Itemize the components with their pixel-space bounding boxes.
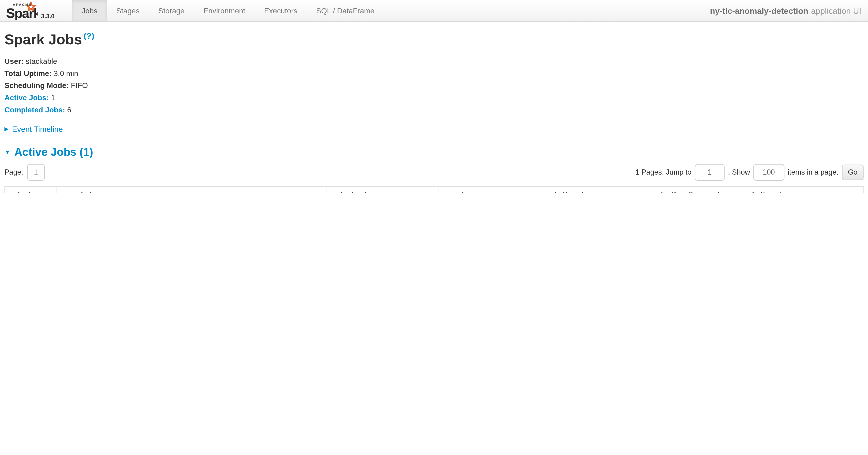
page-label: Page:: [4, 168, 23, 176]
tab-sql-dataframe[interactable]: SQL / DataFrame: [307, 0, 384, 21]
nav-tabs: Jobs Stages Storage Environment Executor…: [72, 0, 384, 21]
summary-uptime: Total Uptime: 3.0 min: [4, 69, 864, 78]
active-jobs-table: Job Id▼ Description Submitted Duration S…: [4, 186, 864, 193]
help-link[interactable]: (?): [84, 31, 94, 40]
spark-logo-icon: APACHE Spark: [6, 0, 38, 20]
jump-to-page-input[interactable]: [695, 164, 725, 180]
active-jobs-count: 1: [51, 94, 55, 102]
tab-executors[interactable]: Executors: [255, 0, 307, 21]
application-name-text: ny-tlc-anomaly-detection: [710, 6, 808, 15]
col-description[interactable]: Description: [56, 186, 327, 193]
page-title: Spark Jobs(?): [4, 31, 864, 48]
collapsed-arrow-icon: ▶: [4, 126, 9, 132]
user-label: User:: [4, 57, 24, 65]
page-title-text: Spark Jobs: [4, 31, 82, 48]
table-header-row: Job Id▼ Description Submitted Duration S…: [5, 186, 863, 193]
page-number-input[interactable]: [27, 164, 45, 180]
pagination-active-top: Page: 1 Pages. Jump to . Show items in a…: [4, 164, 864, 180]
svg-text:Spark: Spark: [6, 6, 38, 20]
completed-jobs-link[interactable]: Completed Jobs:: [4, 106, 65, 114]
spark-ui-page: APACHE Spark 3.3.0 Jobs Stages Storage E…: [0, 0, 868, 193]
tab-stages[interactable]: Stages: [107, 0, 149, 21]
application-name: ny-tlc-anomaly-detection application UI: [710, 0, 868, 21]
tab-environment[interactable]: Environment: [194, 0, 254, 21]
summary-completed-jobs: Completed Jobs: 6: [4, 105, 864, 115]
scheduling-label: Scheduling Mode:: [4, 81, 69, 90]
col-duration[interactable]: Duration: [438, 186, 494, 193]
tab-jobs[interactable]: Jobs: [72, 0, 107, 21]
items-per-page-input[interactable]: [753, 164, 784, 180]
active-jobs-link[interactable]: Active Jobs:: [4, 94, 49, 102]
navbar: APACHE Spark 3.3.0 Jobs Stages Storage E…: [0, 0, 868, 22]
user-value: stackable: [26, 57, 57, 65]
summary-scheduling-mode: Scheduling Mode: FIFO: [4, 81, 864, 91]
go-button[interactable]: Go: [842, 165, 864, 180]
uptime-label: Total Uptime:: [4, 69, 52, 78]
col-tasks[interactable]: Tasks (for all stages): Succeeded/Total: [644, 186, 863, 193]
summary-user: User: stackable: [4, 57, 864, 66]
event-timeline-label: Event Timeline: [12, 124, 63, 134]
summary-active-jobs: Active Jobs: 1: [4, 93, 864, 103]
tab-storage[interactable]: Storage: [149, 0, 194, 21]
application-ui-suffix: application UI: [811, 6, 862, 15]
completed-jobs-count: 6: [67, 106, 71, 114]
show-text: . Show: [728, 168, 750, 176]
spark-logo[interactable]: APACHE Spark: [0, 0, 40, 21]
spark-version: 3.3.0: [41, 13, 55, 19]
scheduling-value: FIFO: [71, 81, 88, 90]
col-job-id[interactable]: Job Id▼: [5, 186, 56, 193]
items-text: items in a page.: [787, 168, 838, 176]
active-jobs-heading[interactable]: ▼ Active Jobs (1): [4, 145, 864, 158]
col-stages[interactable]: Stages: Succeeded/Total: [494, 186, 644, 193]
uptime-value: 3.0 min: [54, 69, 78, 78]
expanded-arrow-icon: ▼: [4, 148, 10, 155]
main-content: Spark Jobs(?) User: stackable Total Upti…: [0, 31, 868, 193]
active-jobs-heading-text: Active Jobs (1): [14, 145, 93, 158]
job-summary: User: stackable Total Uptime: 3.0 min Sc…: [4, 57, 864, 115]
col-submitted[interactable]: Submitted: [327, 186, 438, 193]
pages-text: 1 Pages. Jump to: [636, 168, 691, 176]
event-timeline-toggle[interactable]: ▶ Event Timeline: [4, 124, 864, 134]
